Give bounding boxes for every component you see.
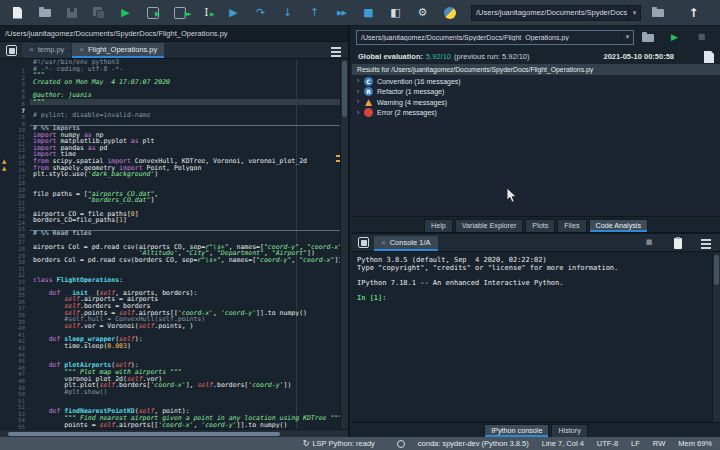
code-line[interactable]: 36 def __init__(self, airports, borders)… [0,290,343,297]
code-line[interactable]: 30 'Altitude', "City", "Department", "Ai… [0,250,343,257]
code-line[interactable]: 40 #self.hull = ConvexHull(self.points) [0,316,343,323]
python-path-icon[interactable] [442,5,458,21]
code-line[interactable]: 24airports_CO = file_paths[0] [0,211,343,218]
code-line[interactable]: 9# pylint: disable=invalid-name [0,112,343,119]
preferences-wrench-icon[interactable]: ⚙ [415,5,431,21]
code-line[interactable]: 39 self.points = self.airports[['coord-x… [0,310,343,317]
tree-item-convention[interactable]: ›CConvention (16 messages) [352,76,720,87]
chevron-down-icon[interactable]: ▾ [621,31,633,44]
working-directory-combo[interactable]: /Users/juanitagomez/Documents/SpyderDocs… [471,5,641,21]
memory-status[interactable]: Mem 69% [678,439,712,448]
tree-item-warning[interactable]: ›▲Warning (4 messages) [352,97,720,108]
pane-tab-plots[interactable]: Plots [525,219,555,232]
code-line[interactable]: 1#!/usr/bin/env python3 [0,59,343,66]
code-line[interactable]: 26 [0,224,343,231]
code-line[interactable]: 55 """ Find nearest airport given a poin… [0,415,343,422]
tab-flight-operations-py[interactable]: ×Flight_Operations.py [72,43,164,58]
code-line[interactable]: 35 [0,283,343,290]
code-line[interactable]: 51 #plt.show() [0,389,343,396]
code-line[interactable]: 18plt.style.use('dark_background') [0,171,343,178]
pane-tab-history[interactable]: History [551,424,587,437]
code-line[interactable]: 2# -*- coding: utf-8 -*- [0,66,343,73]
code-line[interactable]: 21file_paths = ["airports_CO.dat", [0,191,343,198]
code-line[interactable]: 10 [0,118,343,125]
code-line[interactable]: 32 [0,263,343,270]
tree-item-error[interactable]: ›Error (2 messages) [352,108,720,119]
lsp-status[interactable]: ↻LSP Python: ready [303,439,375,448]
code-line[interactable]: 5 [0,85,343,92]
code-line[interactable]: 48 """ Plot map with airports """ [0,369,343,376]
run-file-icon[interactable]: ▶ [118,5,134,21]
maximize-pane-icon[interactable]: ◧ [388,5,404,21]
code-line[interactable]: 7""" [0,99,343,106]
code-line[interactable]: 19 [0,178,343,185]
analysis-file-combo[interactable]: /Users/juanitagomez/Documents/SpyderDocs… [356,30,634,45]
code-line[interactable]: 38 self.borders = borders [0,303,343,310]
scrollbar-thumb[interactable] [8,432,280,437]
close-icon[interactable]: × [79,45,84,54]
code-line[interactable]: 13import matplotlib.pyplot as plt [0,138,343,145]
browse-tabs-icon[interactable] [4,43,18,57]
new-file-icon[interactable] [10,5,26,21]
tab-temp-py[interactable]: ×temp.py [22,43,71,58]
interpreter-status[interactable]: conda: spyder-dev (Python 3.8.5) [388,436,529,450]
parent-directory-icon[interactable]: ↑ [686,5,702,21]
code-line[interactable]: 49 voronoi_plot_2d(self.vor) [0,376,343,383]
step-over-icon[interactable]: ↷ [253,5,269,21]
warning-flag[interactable] [336,155,340,157]
code-line[interactable]: 47 def plotAirports(self): [0,362,343,369]
debug-file-icon[interactable]: ▶ [226,5,242,21]
chevron-right-icon[interactable]: › [352,108,364,118]
code-line[interactable]: 12import numpy as np [0,132,343,139]
step-out-icon[interactable]: ↑ [307,5,323,21]
code-line[interactable]: 44 time.sleep(0.003) [0,343,343,350]
console-output[interactable]: Python 3.8.5 (default, Sep 4 2020, 02:22… [352,253,713,422]
interrupt-kernel-icon[interactable]: ■ [642,235,656,249]
encoding[interactable]: UTF-8 [597,439,618,448]
tab-console-1-a[interactable]: ×Console 1/A [374,236,438,251]
pane-tab-code-analysis[interactable]: Code Analysis [589,219,649,232]
code-line[interactable]: 43 def sleep_wrapper(self): [0,336,343,343]
code-line[interactable]: 34class FlightOperations: [0,277,343,284]
chevron-down-icon[interactable]: ▾ [628,6,640,20]
stop-analysis-icon[interactable]: ■ [694,30,709,45]
code-line[interactable]: 3""" [0,72,343,79]
code-line[interactable]: 15import time [0,151,343,158]
scrollbar-thumb[interactable] [342,61,347,117]
browse-workdir-icon[interactable] [650,5,666,21]
code-line[interactable]: 6@author: juanis [0,92,343,99]
run-analysis-icon[interactable]: ▶ [667,30,682,45]
code-line[interactable]: 4Created on Mon May 4 17:07:07 2020 [0,79,343,86]
code-line[interactable]: 37 self.airports = airports [0,296,343,303]
open-file-icon[interactable] [37,5,53,21]
code-line[interactable]: 25borders_CO=file_paths[1] [0,217,343,224]
analysis-browse-icon[interactable] [640,30,655,45]
code-line[interactable]: ▲16from scipy.spatial import ConvexHull,… [0,158,343,165]
editor-options-menu-icon[interactable] [328,43,342,57]
code-line[interactable]: 53 [0,402,343,409]
code-line[interactable]: 54 def findNearestPointKD(self, point): [0,408,343,415]
code-line[interactable]: 50 plt.plot(self.borders['coord-x'], sel… [0,382,343,389]
continue-debug-icon[interactable]: ▶▶ [334,5,350,21]
pane-tab-help[interactable]: Help [424,219,453,232]
code-line[interactable]: 8 [0,105,343,112]
code-line[interactable]: 22 "borders_CO.dat"] [0,197,343,204]
save-all-icon[interactable] [91,5,107,21]
code-line[interactable]: 23 [0,204,343,211]
console-options-menu-icon[interactable] [698,235,712,249]
code-line[interactable]: 45 [0,349,343,356]
code-line[interactable]: 31borders_Col = pd.read_csv(borders_CO, … [0,257,343,264]
code-line[interactable]: 42 [0,329,343,336]
browse-tabs-icon[interactable] [356,235,370,249]
code-line[interactable]: 41 self.vor = Voronoi(self.points, ) [0,323,343,330]
code-line[interactable]: 52 [0,395,343,402]
code-line[interactable]: 29airports_Col = pd.read_csv(airports_CO… [0,244,343,251]
tree-item-refactor[interactable]: ›RRefactor (1 message) [352,87,720,98]
cursor-position[interactable]: Line 7, Col 4 [542,439,584,448]
warning-flag[interactable] [336,160,340,162]
editor-horizontal-scrollbar[interactable] [0,429,348,437]
code-line[interactable]: 20 [0,184,343,191]
save-icon[interactable] [64,5,80,21]
console-scrollbar[interactable] [712,253,720,422]
editor-vertical-scrollbar[interactable] [340,59,348,429]
